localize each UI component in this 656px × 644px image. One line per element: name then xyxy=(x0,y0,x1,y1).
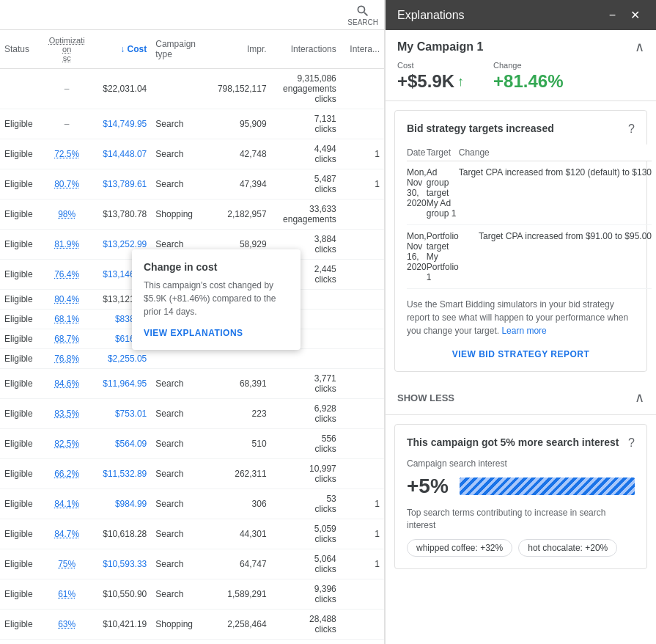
cell-cost: $10,550.90 xyxy=(92,579,151,610)
cell-cost[interactable]: $13,789.61 xyxy=(92,169,151,200)
bid-col-date: Date xyxy=(407,144,427,161)
cell-inter: 1 xyxy=(341,489,384,519)
campaign-header: My Campaign 1 ∧ xyxy=(386,30,656,61)
cell-interactions: 28,488 clicks xyxy=(271,610,341,640)
panel-title: Explanations xyxy=(397,9,465,22)
minimize-button[interactable]: − xyxy=(605,8,620,23)
cell-opt-score: 81.9% xyxy=(42,230,92,260)
cell-cost[interactable]: $984.99 xyxy=(92,489,151,519)
campaign-collapse-icon[interactable]: ∧ xyxy=(635,39,644,55)
campaign-metrics: Cost +$5.9K ↑ Change +81.46% xyxy=(386,61,656,100)
col-inter: Intera... xyxy=(341,30,384,69)
cell-cost[interactable]: $2,255.05 xyxy=(92,349,151,369)
search-icon xyxy=(355,4,370,18)
cell-status: Eligible xyxy=(0,579,42,610)
cell-opt-score: 76.4% xyxy=(42,260,92,290)
search-card-title: This campaign got 5% more search interes… xyxy=(407,436,622,448)
learn-more-link[interactable]: Learn more xyxy=(501,326,546,336)
cell-impr: 64,747 xyxy=(206,549,270,579)
cell-cost: $22,031.04 xyxy=(92,69,151,109)
search-card-header: This campaign got 5% more search interes… xyxy=(407,436,635,450)
cell-opt-score: 61% xyxy=(42,579,92,610)
cell-cost: $10,618.28 xyxy=(92,519,151,549)
cost-value: +$5.9K ↑ xyxy=(397,71,464,92)
cell-cost[interactable]: $10,593.33 xyxy=(92,549,151,579)
cell-campaign-type: Search xyxy=(151,549,206,579)
change-metric: Change +81.46% xyxy=(493,61,563,92)
cell-inter: 1 xyxy=(341,169,384,200)
search-interest-card: This campaign got 5% more search interes… xyxy=(394,424,647,569)
cell-impr: 2,182,957 xyxy=(206,200,270,230)
cell-inter xyxy=(341,349,384,369)
cost-up-arrow-icon: ↑ xyxy=(457,74,464,89)
cell-impr: 42,748 xyxy=(206,139,270,169)
show-less-text: SHOW LESS xyxy=(397,392,454,403)
cell-inter xyxy=(341,260,384,290)
cell-impr: 510 xyxy=(206,429,270,459)
cell-inter: 1 xyxy=(341,519,384,549)
cell-campaign-type: Search xyxy=(151,579,206,610)
bid-col-change: Change xyxy=(459,144,652,161)
cell-status: Eligible xyxy=(0,310,42,329)
cell-cost[interactable]: $10,180.43 xyxy=(92,640,151,645)
cell-status: Eligible xyxy=(0,329,42,349)
show-less-bar[interactable]: SHOW LESS ∧ xyxy=(386,381,656,415)
cell-status: Eligible xyxy=(0,290,42,310)
table-row: Eligible 63% $10,421.19 Shopping 2,258,4… xyxy=(0,610,384,640)
bid-strategy-table: Date Target Change Mon, Nov 30, 2020 Ad … xyxy=(407,144,652,289)
cell-campaign-type: Search xyxy=(151,519,206,549)
cell-cost[interactable]: $753.01 xyxy=(92,399,151,429)
cell-opt-score: 80.4% xyxy=(42,290,92,310)
cell-cost[interactable]: $564.09 xyxy=(92,429,151,459)
change-label: Change xyxy=(493,61,563,70)
cell-status: Eligible xyxy=(0,640,42,645)
table-row: Eligible 84.7% $10,618.28 Search 44,301 … xyxy=(0,519,384,549)
cell-status: Eligible xyxy=(0,109,42,139)
table-row: Eligible 66.2% $11,532.89 Search 262,311… xyxy=(0,459,384,489)
cell-interactions: 10,997 clicks xyxy=(271,459,341,489)
cell-opt-score: – xyxy=(42,109,92,139)
cell-status: Eligible xyxy=(0,459,42,489)
search-card-help-icon[interactable]: ? xyxy=(628,436,635,450)
cell-interactions xyxy=(271,349,341,369)
cell-opt-score: 80.7% xyxy=(42,169,92,200)
view-explanations-link[interactable]: VIEW EXPLANATIONS xyxy=(144,328,243,338)
cell-status: Eligible xyxy=(0,169,42,200)
cell-campaign-type: Search xyxy=(151,399,206,429)
show-less-chevron-icon: ∧ xyxy=(635,389,644,406)
cell-status: Eligible xyxy=(0,429,42,459)
cell-status: Eligible xyxy=(0,349,42,369)
cell-impr: 58,672 xyxy=(206,640,270,645)
table-area: SEARCH Status Optimizationsc ↓ Cost Camp… xyxy=(0,0,385,644)
table-row: Eligible 76.8% $2,255.05 xyxy=(0,349,384,369)
cell-opt-score: 84.6% xyxy=(42,369,92,399)
cell-campaign-type: Shopping xyxy=(151,610,206,640)
cell-interactions: 4,494 clicks xyxy=(271,139,341,169)
cell-interactions: 556 clicks xyxy=(271,429,341,459)
cell-campaign-type xyxy=(151,69,206,109)
bid-cell-change: Target CPA increased from $120 (default)… xyxy=(459,161,652,225)
search-button[interactable]: SEARCH xyxy=(347,4,378,26)
bid-table-row: Mon, Nov 16, 2020 Portfolio target My Po… xyxy=(407,225,652,289)
bid-card-help-icon[interactable]: ? xyxy=(628,122,635,136)
view-bid-strategy-report-link[interactable]: VIEW BID STRATEGY REPORT xyxy=(407,343,635,359)
table-row: Eligible 80.7% $13,789.61 Search 47,394 … xyxy=(0,169,384,200)
col-cost[interactable]: ↓ Cost xyxy=(92,30,151,69)
search-pct-value: +5% xyxy=(407,475,451,498)
cell-cost[interactable]: $14,448.07 xyxy=(92,139,151,169)
search-interest-row: +5% xyxy=(407,475,635,498)
table-row: Eligible 84.6% $11,964.95 Search 68,391 … xyxy=(0,369,384,399)
cell-campaign-type: Search xyxy=(151,429,206,459)
cell-opt-score: 68.7% xyxy=(42,329,92,349)
cell-campaign-type: Search xyxy=(151,459,206,489)
cell-impr: 95,909 xyxy=(206,109,270,139)
search-label: SEARCH xyxy=(347,18,378,26)
close-button[interactable]: ✕ xyxy=(626,8,644,23)
cell-cost[interactable]: $11,532.89 xyxy=(92,459,151,489)
bid-cell-change: Target CPA increased from $91.00 to $95.… xyxy=(459,225,652,289)
cell-cost[interactable]: $11,964.95 xyxy=(92,369,151,399)
cell-cost[interactable]: $14,749.95 xyxy=(92,109,151,139)
cell-cost: $13,780.78 xyxy=(92,200,151,230)
cell-inter xyxy=(341,610,384,640)
cell-opt-score: 98% xyxy=(42,200,92,230)
